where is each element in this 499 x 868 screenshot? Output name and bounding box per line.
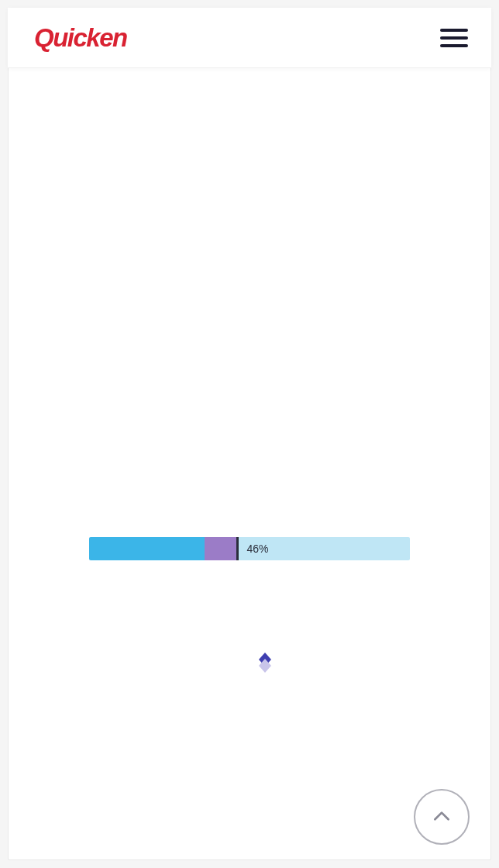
segment-available — [89, 537, 205, 560]
progress-bar-row: 46% — [89, 537, 410, 560]
simplifi-mark-icon — [254, 651, 276, 673]
quicken-logo[interactable]: Quicken — [34, 23, 127, 53]
savings-progress-bar: 46% — [89, 537, 410, 560]
back-to-top-button[interactable] — [414, 789, 470, 845]
segment-spent — [205, 537, 236, 560]
segment-left-to-save: 46% — [239, 537, 410, 560]
chevron-up-icon — [432, 807, 452, 827]
menu-icon[interactable] — [440, 29, 468, 47]
percent-label: 46% — [246, 542, 268, 555]
site-header: Quicken — [8, 8, 491, 68]
